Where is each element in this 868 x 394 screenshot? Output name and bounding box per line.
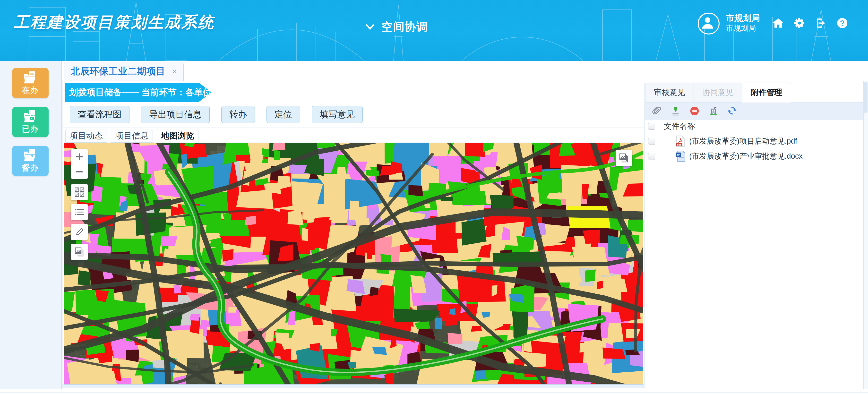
right-panel: 审核意见 协同意见 附件管理 文件名称 [645,83,863,388]
draw-button[interactable] [71,224,88,240]
horizontal-scrollbar[interactable] [62,385,644,388]
user-name: 市规划局 [726,12,760,23]
sidebar-item-zaiban[interactable]: 在办 [12,68,49,98]
docx-file-icon: W [675,150,685,162]
user-area[interactable]: 市规划局 市规划局 [698,12,760,34]
close-icon[interactable]: × [172,66,177,76]
right-panel-tabs: 审核意见 协同意见 附件管理 [645,83,863,102]
attach-icon[interactable] [652,106,662,116]
tab-project-info[interactable]: 项目信息 [111,129,153,143]
content-subtabs: 项目动态 项目信息 地图浏览 [65,129,198,143]
header-icons: ? [772,17,848,29]
help-icon[interactable]: ? [836,17,848,29]
layer-list-button[interactable] [71,204,88,220]
project-tabbar: 北辰环保工业二期项目 × [62,61,864,81]
file-list-header: 文件名称 [645,120,863,133]
transfer-button[interactable]: 转办 [221,106,255,123]
tab-review-opinions[interactable]: 审核意见 [645,83,694,102]
column-header-filename: 文件名称 [664,121,695,132]
user-icon [699,13,717,32]
file-row[interactable]: W (市发展改革委)产业审批意见.docx [645,149,863,164]
user-org: 市规划局 [726,23,760,33]
chevron-down-icon [364,21,376,33]
page-bottom-border [0,393,868,393]
sidebar-item-label: 在办 [22,85,39,96]
fill-opinion-button[interactable]: 填写意见 [312,106,363,123]
app-header: 工程建设项目策划生成系统 空间协调 市规划局 市规划局 [0,0,868,61]
select-all-checkbox[interactable] [648,123,655,130]
file-row[interactable]: PDF (市发展改革委)项目启动意见.pdf [645,133,863,149]
refresh-icon[interactable] [727,106,738,116]
split-view-button[interactable] [71,184,88,200]
action-toolbar: 查看流程图 导出项目信息 转办 定位 填写意见 [70,106,363,123]
file-name[interactable]: (市发展改革委)产业审批意见.docx [689,151,803,161]
sidebar-item-yiban[interactable]: 已办 [12,107,49,137]
tab-attachment-management[interactable]: 附件管理 [742,83,791,102]
vertical-scrollbar[interactable] [863,81,868,389]
folder-pin-icon [23,148,38,163]
workflow-breadcrumb: 划拨项目储备—— 当前环节：各单位意见 [65,83,212,102]
tab-map-browse[interactable]: 地图浏览 [157,129,198,143]
svg-text:?: ? [840,19,844,27]
panel-divider [644,83,645,388]
basemap-icon [618,152,629,163]
layers-icon [74,246,85,257]
map-gallery-button[interactable] [71,244,88,260]
main-content: 划拨项目储备—— 当前环节：各单位意见 查看流程图 导出项目信息 转办 定位 填… [62,81,644,388]
map-zoom-control: + − [71,149,88,179]
tab-collab-opinions[interactable]: 协同意见 [694,83,742,102]
project-tab[interactable]: 北辰环保工业二期项目 × [64,62,184,81]
project-tab-label: 北辰环保工业二期项目 [71,65,165,78]
sidebar-item-label: 督办 [22,162,39,174]
map-canvas[interactable] [64,143,643,384]
svg-text:W: W [677,153,680,157]
app-title: 工程建设项目策划生成系统 [13,12,215,33]
list-icon [74,207,85,217]
gear-icon[interactable] [794,17,806,29]
sidebar-item-label: 已办 [22,124,39,134]
logout-icon[interactable] [815,17,827,29]
tab-project-dynamics[interactable]: 项目动态 [65,129,107,143]
home-icon[interactable] [772,17,784,29]
download-icon[interactable] [671,106,681,116]
file-name[interactable]: (市发展改革委)项目启动意见.pdf [689,136,797,146]
basemap-switcher-button[interactable] [616,150,632,166]
module-switcher-label: 空间协调 [381,20,428,34]
divider [62,127,644,128]
folder-lock-icon [23,109,38,124]
remove-icon[interactable] [689,106,700,116]
pdf-file-icon: PDF [675,135,685,147]
locate-button[interactable]: 定位 [267,106,300,123]
folder-doc-icon [23,70,38,86]
zoom-in-button[interactable]: + [71,149,88,164]
user-texts: 市规划局 市规划局 [726,12,760,33]
zoom-out-button[interactable]: − [71,164,88,179]
file-checkbox[interactable] [648,153,655,160]
avatar[interactable] [698,12,719,34]
quad-map-icon [74,187,85,198]
file-checkbox[interactable] [648,138,655,145]
attachment-toolbar [645,102,863,120]
module-switcher[interactable]: 空间协调 [364,20,428,34]
map-viewport[interactable]: + − [64,143,643,385]
organization-icon[interactable] [708,106,719,116]
scrollbar-thumb[interactable] [864,82,868,113]
view-flowchart-button[interactable]: 查看流程图 [70,106,129,123]
svg-text:PDF: PDF [677,144,682,146]
export-project-info-button[interactable]: 导出项目信息 [141,106,210,123]
sidebar-item-duban[interactable]: 督办 [12,146,49,176]
pencil-icon [74,226,85,237]
sidebar: 在办 已办 督办 [0,61,62,389]
